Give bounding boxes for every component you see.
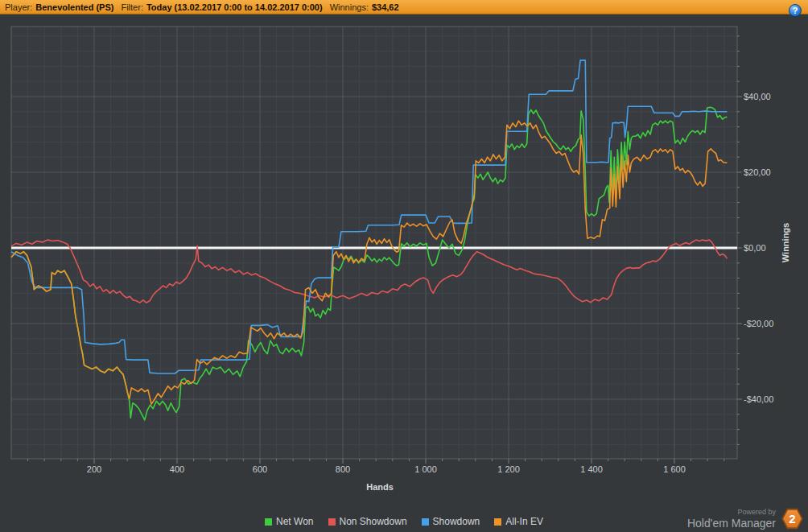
winnings-graph: 2004006008001 0001 2001 4001 600$40,00$2… (0, 0, 808, 532)
y-tick-label: $0,00 (744, 243, 766, 253)
legend-label: Non Showdown (340, 516, 407, 527)
plot-background (11, 27, 737, 459)
legend-label: Net Won (276, 516, 313, 527)
legend-swatch-icon (494, 518, 501, 526)
legend-label: All-In EV (505, 516, 543, 527)
powered-by-label: Powered by (737, 509, 776, 516)
help-icon[interactable]: ? (789, 4, 802, 17)
x-tick-label: 200 (87, 464, 101, 474)
legend-swatch-icon (265, 518, 272, 526)
x-tick-label: 800 (336, 464, 350, 474)
y-tick-label: -$40,00 (744, 394, 773, 404)
hem2-logo-number: 2 (783, 509, 802, 528)
hem2-logo-icon: 2 (781, 508, 803, 530)
legend-item-all-in-ev[interactable]: All-In EV (494, 516, 543, 527)
x-tick-label: 400 (170, 464, 184, 474)
x-axis-title: Hands (366, 482, 394, 492)
x-tick-label: 1 000 (414, 464, 437, 474)
legend-item-showdown[interactable]: Showdown (422, 516, 480, 527)
y-tick-label: -$20,00 (744, 319, 773, 328)
x-tick-label: 600 (253, 464, 267, 474)
legend-label: Showdown (433, 516, 480, 527)
y-axis-title: Winnings (781, 223, 790, 262)
powered-by-block: Powered by Hold'em Manager 2 (687, 508, 803, 530)
x-tick-label: 1 400 (580, 464, 603, 474)
y-tick-label: $20,00 (744, 167, 771, 177)
legend-swatch-icon (328, 518, 336, 526)
y-tick-label: $40,00 (744, 92, 771, 101)
hem-graph-window: Player: Benevolented (PS) Filter: Today … (0, 0, 808, 532)
legend-item-non-showdown[interactable]: Non Showdown (328, 516, 407, 527)
legend-item-net-won[interactable]: Net Won (265, 516, 313, 527)
x-tick-label: 1 600 (663, 464, 686, 474)
brand-name: Hold'em Manager (687, 518, 776, 529)
legend-swatch-icon (422, 518, 429, 526)
x-tick-label: 1 200 (497, 464, 520, 474)
